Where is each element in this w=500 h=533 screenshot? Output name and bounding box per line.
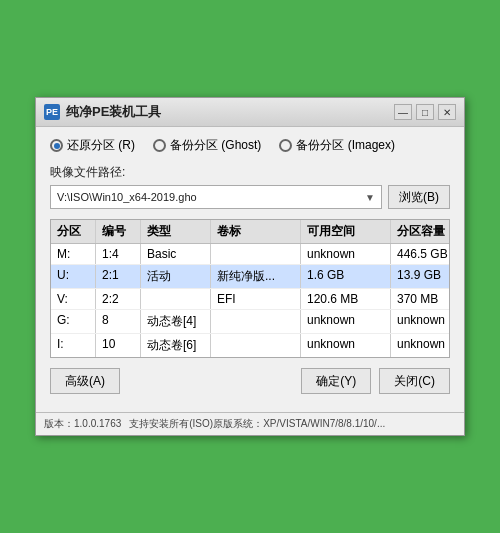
table-row[interactable]: U: 2:1 活动 新纯净版... 1.6 GB 13.9 GB [51, 265, 449, 289]
title-bar: PE 纯净PE装机工具 — □ ✕ [36, 98, 464, 127]
version-text: 版本：1.0.0.1763 [44, 417, 121, 431]
title-controls: — □ ✕ [394, 104, 456, 120]
col-partition: 分区 [51, 220, 96, 243]
path-row: V:\ISO\Win10_x64-2019.gho ▼ 浏览(B) [50, 185, 450, 209]
title-bar-left: PE 纯净PE装机工具 [44, 103, 161, 121]
cell-type: Basic [141, 244, 211, 264]
close-button[interactable]: 关闭(C) [379, 368, 450, 394]
dropdown-arrow-icon: ▼ [361, 192, 375, 203]
browse-button[interactable]: 浏览(B) [388, 185, 450, 209]
cell-free: 1.6 GB [301, 265, 391, 288]
cell-label [211, 334, 301, 357]
cell-partition: I: [51, 334, 96, 357]
table-row[interactable]: I: 10 动态卷[6] unknown unknown [51, 334, 449, 357]
cell-free: unknown [301, 244, 391, 264]
col-label: 卷标 [211, 220, 301, 243]
partition-table: 分区 编号 类型 卷标 可用空间 分区容量 M: 1:4 Basic unkno… [50, 219, 450, 358]
cell-number: 10 [96, 334, 141, 357]
cell-type: 活动 [141, 265, 211, 288]
radio-backup-ghost-indicator [153, 139, 166, 152]
app-icon: PE [44, 104, 60, 120]
support-text: 支持安装所有(ISO)原版系统：XP/VISTA/WIN7/8/8.1/10/.… [129, 417, 385, 431]
path-input[interactable]: V:\ISO\Win10_x64-2019.gho ▼ [50, 185, 382, 209]
cell-number: 2:2 [96, 289, 141, 309]
col-type: 类型 [141, 220, 211, 243]
cell-free: 120.6 MB [301, 289, 391, 309]
cell-partition: G: [51, 310, 96, 333]
cell-partition: M: [51, 244, 96, 264]
cell-number: 2:1 [96, 265, 141, 288]
cell-label [211, 310, 301, 333]
radio-backup-ghost-label: 备份分区 (Ghost) [170, 137, 261, 154]
radio-backup-imagex-indicator [279, 139, 292, 152]
path-value: V:\ISO\Win10_x64-2019.gho [57, 191, 361, 203]
cell-capacity: 446.5 GB [391, 244, 471, 264]
cell-capacity: 13.9 GB [391, 265, 471, 288]
cell-partition: V: [51, 289, 96, 309]
cell-partition: U: [51, 265, 96, 288]
cell-label [211, 244, 301, 264]
radio-backup-ghost[interactable]: 备份分区 (Ghost) [153, 137, 261, 154]
cell-label: 新纯净版... [211, 265, 301, 288]
path-label: 映像文件路径: [50, 164, 450, 181]
cell-type: 动态卷[6] [141, 334, 211, 357]
window-content: 还原分区 (R) 备份分区 (Ghost) 备份分区 (Imagex) 映像文件… [36, 127, 464, 412]
cell-free: unknown [301, 334, 391, 357]
cell-capacity: unknown [391, 310, 471, 333]
cell-capacity: unknown [391, 334, 471, 357]
table-row[interactable]: G: 8 动态卷[4] unknown unknown [51, 310, 449, 334]
cell-number: 1:4 [96, 244, 141, 264]
bottom-buttons-row: 高级(A) 确定(Y) 关闭(C) [50, 368, 450, 394]
main-window: PE 纯净PE装机工具 — □ ✕ 还原分区 (R) 备份分区 (Ghost) … [35, 97, 465, 436]
cell-number: 8 [96, 310, 141, 333]
table-header: 分区 编号 类型 卷标 可用空间 分区容量 [51, 220, 449, 244]
radio-restore-label: 还原分区 (R) [67, 137, 135, 154]
cell-capacity: 370 MB [391, 289, 471, 309]
advanced-button[interactable]: 高级(A) [50, 368, 120, 394]
radio-restore-indicator [50, 139, 63, 152]
table-row[interactable]: M: 1:4 Basic unknown 446.5 GB [51, 244, 449, 265]
minimize-button[interactable]: — [394, 104, 412, 120]
window-title: 纯净PE装机工具 [66, 103, 161, 121]
radio-restore[interactable]: 还原分区 (R) [50, 137, 135, 154]
radio-backup-imagex-label: 备份分区 (Imagex) [296, 137, 395, 154]
ok-button[interactable]: 确定(Y) [301, 368, 371, 394]
col-number: 编号 [96, 220, 141, 243]
close-window-button[interactable]: ✕ [438, 104, 456, 120]
cell-type: 动态卷[4] [141, 310, 211, 333]
cell-label: EFI [211, 289, 301, 309]
radio-group: 还原分区 (R) 备份分区 (Ghost) 备份分区 (Imagex) [50, 137, 450, 154]
col-capacity: 分区容量 [391, 220, 471, 243]
cell-type [141, 289, 211, 309]
col-free: 可用空间 [301, 220, 391, 243]
cell-free: unknown [301, 310, 391, 333]
status-bar: 版本：1.0.0.1763 支持安装所有(ISO)原版系统：XP/VISTA/W… [36, 412, 464, 435]
radio-backup-imagex[interactable]: 备份分区 (Imagex) [279, 137, 395, 154]
maximize-button[interactable]: □ [416, 104, 434, 120]
table-row[interactable]: V: 2:2 EFI 120.6 MB 370 MB [51, 289, 449, 310]
